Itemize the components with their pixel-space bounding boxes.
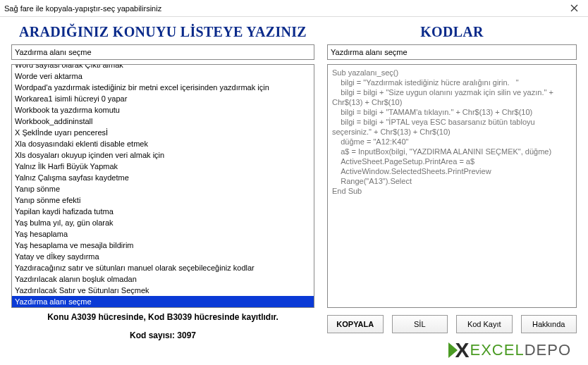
code-title-input[interactable] xyxy=(327,44,577,60)
list-item[interactable]: Yazdırılacak Satır ve Sütunları Seçmek xyxy=(12,285,314,296)
list-item[interactable]: Yatay ve dİkey saydırma xyxy=(12,251,314,262)
close-button[interactable] xyxy=(564,1,584,16)
topic-listbox[interactable]: Wmi windowsWord belgesi açmaWord de font… xyxy=(11,64,314,308)
list-item[interactable]: Xla dosyasındaki eklenti disable etmek xyxy=(12,138,314,149)
count-text: Kod sayısı: 3097 xyxy=(11,322,314,340)
list-item[interactable]: Word sayfasi olarak Çıkti almak xyxy=(12,64,314,70)
list-item[interactable]: Yazdırma alanı seçme xyxy=(12,296,314,307)
list-item[interactable]: Yaş hesaplama ve mesajla bildirim xyxy=(12,240,314,251)
list-item[interactable]: Yanıp sönme xyxy=(12,183,314,194)
list-item[interactable]: Workarea1 isimli hücreyi 0 yapar xyxy=(12,93,314,104)
right-heading: KODLAR xyxy=(327,21,577,44)
list-item[interactable]: Yazdırılacak alanın boşluk olmadan xyxy=(12,273,314,285)
left-heading: ARADIĞINIZ KONUYU LİSTEYE YAZINIZ xyxy=(11,21,314,44)
status-text: Konu A3039 hücresinde, Kod B3039 hücresi… xyxy=(11,308,314,322)
list-item[interactable]: Yalnız Çalışma sayfası kaydetme xyxy=(12,172,314,183)
search-input[interactable] xyxy=(11,44,314,60)
list-item[interactable]: X Şeklİnde uyarı penceresİ xyxy=(12,127,314,138)
brand-logo: X EXCELDEPO xyxy=(448,338,571,362)
list-item[interactable]: Yaş bulma yıl, ay, gün olarak xyxy=(12,217,314,228)
list-item[interactable]: Workbook ta yazdırma komutu xyxy=(12,104,314,116)
list-item[interactable]: Worde veri aktarma xyxy=(12,70,314,82)
list-item[interactable]: Yapilan kaydi hafizada tutma xyxy=(12,206,314,217)
titlebar: Sağ fare ile kopyala-yapıştır-seç yapabi… xyxy=(0,0,588,17)
list-item[interactable]: Workbook_addininstall xyxy=(12,116,314,127)
save-code-button[interactable]: Kod Kayıt xyxy=(456,315,513,333)
copy-button[interactable]: KOPYALA xyxy=(327,315,384,333)
logo-x-glyph: X xyxy=(455,338,468,362)
code-textarea[interactable]: Sub yazalanı_seç() bilgi = "Yazdırmak is… xyxy=(327,64,577,308)
list-item[interactable]: Yaş hesaplama xyxy=(12,228,314,240)
list-item[interactable]: Xls dosyaları okuyup içinden veri almak … xyxy=(12,149,314,161)
list-item[interactable]: Yanıp sönme efekti xyxy=(12,194,314,206)
logo-text: EXCELDEPO xyxy=(470,341,571,359)
list-item[interactable]: Yazdıracağınız satır ve sütunları manuel… xyxy=(12,262,314,273)
window-title: Sağ fare ile kopyala-yapıştır-seç yapabi… xyxy=(4,4,564,13)
button-row: KOPYALA SİL Kod Kayıt Hakkında xyxy=(327,315,577,333)
list-item[interactable]: Yalnız İlk Harfi Büyük Yapmak xyxy=(12,161,314,172)
list-item[interactable]: Wordpad'a yazdırmak istediğiniz bir metn… xyxy=(12,82,314,93)
delete-button[interactable]: SİL xyxy=(392,315,448,333)
close-icon xyxy=(570,4,578,12)
about-button[interactable]: Hakkında xyxy=(521,315,577,333)
